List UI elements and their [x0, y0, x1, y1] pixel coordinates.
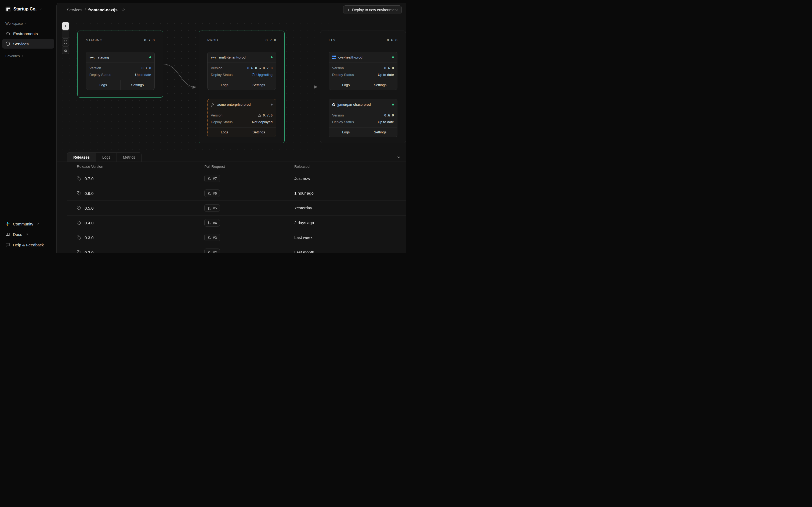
breadcrumb-services[interactable]: Services	[67, 7, 83, 12]
deploy-status-value: Not deployed	[252, 120, 273, 124]
workspace-section-toggle[interactable]: Workspace	[0, 21, 56, 25]
pull-request-number: #6	[213, 191, 217, 195]
workspace-switcher[interactable]: Startup Co.	[0, 5, 56, 13]
version-label: Version	[211, 66, 222, 70]
lock-button[interactable]	[62, 46, 69, 54]
environment-canvas[interactable]: STAGING 0.7.0 aws staging Version 0.7.0 …	[57, 17, 406, 153]
plus-icon: +	[347, 7, 350, 12]
release-row[interactable]: 0.4.0 #4 2 days ago	[67, 216, 406, 230]
version-label: Version	[332, 66, 344, 70]
column-header-pull-request: Pull Request	[204, 165, 294, 169]
service-node-staging[interactable]: aws staging Version 0.7.0 Deploy Status …	[86, 52, 155, 90]
pull-request-badge[interactable]: #6	[204, 189, 220, 197]
collapse-panel-button[interactable]	[395, 154, 402, 161]
workspace-section-label: Workspace	[5, 21, 23, 25]
settings-button[interactable]: Settings	[120, 80, 155, 90]
footer-item-label: Community	[13, 222, 33, 226]
deploy-status-label: Deploy Status	[332, 120, 354, 124]
favorites-label: Favorites	[5, 54, 19, 58]
pull-request-badge[interactable]: #7	[204, 175, 220, 182]
status-dot-green	[392, 104, 394, 106]
workspace-name: Startup Co.	[13, 7, 37, 11]
logo-icon	[5, 6, 11, 12]
spinner-icon	[252, 73, 255, 76]
tab-releases[interactable]: Releases	[67, 153, 96, 162]
pull-request-icon	[208, 192, 211, 195]
sidebar-item-environments[interactable]: Environments	[2, 29, 54, 38]
external-link-icon	[37, 223, 40, 225]
hexagon-icon	[5, 41, 10, 46]
sidebar-item-services[interactable]: Services	[2, 39, 54, 49]
fit-view-button[interactable]	[62, 38, 69, 46]
environment-card-staging[interactable]: STAGING 0.7.0 aws staging Version 0.7.0 …	[77, 31, 163, 98]
logs-button[interactable]: Logs	[86, 80, 120, 90]
pull-request-badge[interactable]: #5	[204, 204, 220, 212]
service-name: acme-enterprise-prod	[217, 103, 268, 107]
service-node-acme-enterprise-prod[interactable]: acme-enterprise-prod Version 0.7.0 Deplo…	[207, 99, 276, 137]
table-header-row: Release Version Pull Request Released	[67, 162, 406, 171]
settings-button[interactable]: Settings	[363, 127, 397, 137]
favorite-star-icon[interactable]: ☆	[121, 7, 125, 12]
pull-request-icon	[208, 177, 211, 180]
version-value: 0.6.0	[384, 66, 394, 70]
sidebar-item-docs[interactable]: Docs	[0, 229, 56, 240]
release-row[interactable]: 0.7.0 #7 Just now	[67, 171, 406, 186]
release-version: 0.5.0	[85, 206, 94, 211]
zoom-in-button[interactable]	[62, 22, 69, 30]
tab-metrics[interactable]: Metrics	[117, 153, 142, 162]
sidebar-item-help-feedback[interactable]: Help & Feedback	[0, 240, 56, 250]
pull-request-icon	[208, 236, 211, 239]
tab-logs[interactable]: Logs	[96, 153, 117, 162]
service-name: multi-tenant-prod	[219, 55, 268, 59]
tag-icon	[77, 221, 82, 225]
lock-icon	[64, 49, 67, 52]
release-row[interactable]: 0.2.0 #2 Last month	[67, 245, 406, 253]
chevron-down-icon	[396, 155, 401, 159]
released-time: Yesterday	[294, 206, 312, 210]
pull-request-number: #4	[213, 221, 217, 225]
column-header-release-version: Release Version	[67, 165, 204, 169]
pull-request-number: #5	[213, 206, 217, 210]
sidebar-item-label: Services	[13, 42, 29, 46]
deploy-status-label: Deploy Status	[332, 73, 354, 77]
status-dot-gray	[271, 104, 273, 106]
rocket-icon	[211, 103, 215, 107]
deploy-status-value: Upgrading	[252, 73, 273, 77]
logs-button[interactable]: Logs	[208, 127, 242, 137]
environment-card-lts[interactable]: LTS 0.6.0 cvs-health-prod Version 0.6.0 …	[320, 31, 406, 143]
settings-button[interactable]: Settings	[363, 80, 397, 90]
service-node-jpmorgan-chase-prod[interactable]: G jpmorgan-chase-prod Version 0.6.0 Depl…	[329, 99, 397, 137]
release-row[interactable]: 0.3.0 #3 Last week	[67, 230, 406, 245]
pull-request-badge[interactable]: #4	[204, 219, 220, 227]
service-node-multi-tenant-prod[interactable]: aws multi-tenant-prod Version 0.6.0 → 0.…	[207, 52, 276, 90]
tag-icon	[77, 206, 82, 211]
logs-button[interactable]: Logs	[208, 80, 242, 90]
release-version: 0.4.0	[85, 221, 94, 225]
settings-button[interactable]: Settings	[242, 127, 276, 137]
settings-button[interactable]: Settings	[242, 80, 276, 90]
panel-tabs: Releases Logs Metrics	[57, 153, 406, 162]
plus-icon	[64, 24, 67, 28]
version-value: 0.7.0	[142, 66, 151, 70]
released-time: Just now	[294, 176, 310, 181]
chevron-down-icon	[39, 7, 42, 11]
environment-card-prod[interactable]: PROD 0.7.0 aws multi-tenant-prod Version…	[199, 31, 285, 143]
tag-icon	[77, 176, 82, 181]
release-row[interactable]: 0.5.0 #5 Yesterday	[67, 201, 406, 216]
zoom-out-button[interactable]	[62, 30, 69, 38]
released-time: 2 days ago	[294, 220, 314, 225]
logs-button[interactable]: Logs	[329, 127, 363, 137]
logs-button[interactable]: Logs	[329, 80, 363, 90]
sidebar-item-community[interactable]: Community	[0, 219, 56, 229]
pull-request-badge[interactable]: #3	[204, 234, 220, 241]
tag-icon	[77, 250, 82, 253]
pull-request-icon	[208, 221, 211, 225]
pull-request-badge[interactable]: #2	[204, 248, 220, 253]
service-node-cvs-health-prod[interactable]: cvs-health-prod Version 0.6.0 Deploy Sta…	[329, 52, 397, 90]
deploy-to-new-environment-button[interactable]: + Deploy to new environment	[343, 5, 402, 14]
favorites-section-toggle[interactable]: Favorites	[0, 54, 56, 58]
version-label: Version	[90, 66, 101, 70]
service-name: jpmorgan-chase-prod	[337, 103, 390, 107]
deploy-status-label: Deploy Status	[211, 120, 232, 124]
release-row[interactable]: 0.6.0 #6 1 hour ago	[67, 186, 406, 201]
